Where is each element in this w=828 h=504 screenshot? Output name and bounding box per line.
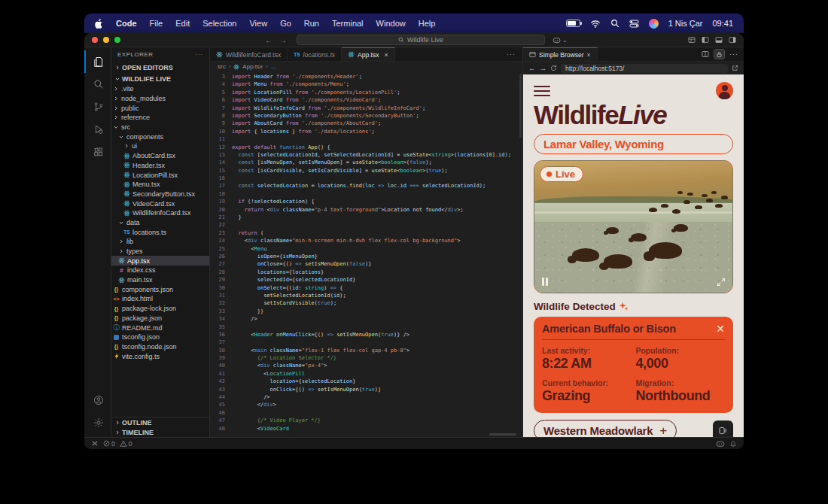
tree-item-SecondaryButton.tsx[interactable]: SecondaryButton.tsx	[111, 190, 209, 199]
menu-view[interactable]: View	[249, 19, 267, 28]
tree-item-WildlifeInfoCard.tsx[interactable]: WildlifeInfoCard.tsx	[111, 208, 209, 218]
tree-item-index.html[interactable]: <>index.html	[111, 294, 209, 304]
menu-run[interactable]: Run	[304, 19, 319, 28]
tree-item-AboutCard.tsx[interactable]: AboutCard.tsx	[111, 151, 209, 161]
close-icon[interactable]: ✕	[716, 323, 725, 334]
open-external-icon[interactable]	[732, 65, 738, 71]
apple-menu-icon[interactable]	[95, 19, 103, 29]
tree-item-tsconfig.json[interactable]: tsconfig.json	[111, 332, 209, 342]
zoom-window-button[interactable]	[114, 37, 120, 43]
editor-vertical-scrollbar[interactable]	[519, 74, 522, 138]
tree-item-README.md[interactable]: ⓘREADME.md	[111, 323, 209, 332]
tree-item-main.tsx[interactable]: main.tsx	[111, 275, 209, 285]
tree-item-reference[interactable]: reference	[111, 113, 209, 123]
source-control-icon[interactable]	[84, 96, 111, 118]
explorer-icon[interactable]	[84, 50, 111, 73]
tree-item-VideoCard.tsx[interactable]: VideoCard.tsx	[111, 199, 209, 208]
open-editors-section[interactable]: OPEN EDITORS	[111, 62, 209, 73]
pause-button[interactable]	[542, 278, 548, 286]
toggle-secondary-sidebar-icon[interactable]	[729, 36, 736, 44]
browser-back-icon[interactable]: ←	[528, 64, 536, 72]
timeline-section[interactable]: TIMELINE	[111, 427, 209, 437]
extensions-icon[interactable]	[84, 141, 111, 163]
explorer-more-icon[interactable]: ···	[195, 51, 203, 58]
spotlight-search-icon[interactable]	[610, 19, 619, 28]
url-bar[interactable]: http://localhost:5173/	[561, 64, 728, 73]
tree-item-Header.tsx[interactable]: Header.tsx	[111, 161, 209, 171]
history-forward-button[interactable]: →	[279, 36, 287, 44]
toggle-panel-icon[interactable]	[715, 36, 723, 44]
tab-App.tsx[interactable]: App.tsx×	[342, 47, 395, 61]
tree-item-App.tsx[interactable]: App.tsx	[111, 256, 209, 266]
search-view-icon[interactable]	[84, 73, 111, 96]
avatar[interactable]	[716, 82, 733, 99]
remote-window-icon[interactable]	[91, 440, 99, 447]
close-tab-icon[interactable]: ×	[587, 51, 591, 59]
tab-simple-browser[interactable]: Simple Browser ×	[523, 47, 598, 61]
tab-WildlifeInfoCard.tsx[interactable]: WildlifeInfoCard.tsx	[210, 47, 288, 61]
location-pill-button[interactable]: Lamar Valley, Wyoming	[534, 134, 733, 154]
battery-icon[interactable]	[566, 20, 580, 27]
tree-item-src[interactable]: src	[111, 123, 209, 132]
run-debug-icon[interactable]	[84, 118, 111, 141]
tree-item-Menu.tsx[interactable]: Menu.tsx	[111, 180, 209, 190]
notifications-bell-icon[interactable]	[729, 440, 737, 448]
wifi-icon[interactable]	[590, 20, 601, 28]
tree-item-components[interactable]: components	[111, 132, 209, 141]
customize-layout-icon[interactable]	[688, 36, 696, 44]
menu-window[interactable]: Window	[376, 19, 406, 28]
menubar-date[interactable]: 1 Nis Çar	[668, 19, 703, 28]
command-center-search[interactable]: Wildlife Live	[297, 35, 545, 45]
errors-indicator[interactable]: 0	[103, 440, 115, 448]
tree-item-package-lock.json[interactable]: {}package-lock.json	[111, 304, 209, 314]
history-back-button[interactable]: ←	[265, 36, 272, 44]
copilot-menu-button[interactable]: ⌄	[553, 37, 568, 44]
workspace-root[interactable]: WILDLIFE LIVE	[111, 73, 209, 84]
minimize-window-button[interactable]	[103, 37, 109, 43]
fullscreen-expand-icon[interactable]	[717, 278, 726, 287]
menu-file[interactable]: File	[150, 19, 163, 28]
tree-item-vite.config.ts[interactable]: vite.config.ts	[111, 351, 209, 361]
menu-selection[interactable]: Selection	[202, 19, 236, 28]
menu-app-name[interactable]: Code	[116, 19, 137, 28]
tree-item-data[interactable]: data	[111, 218, 209, 228]
tree-item-package.json[interactable]: {}package.json	[111, 314, 209, 323]
tree-item-types[interactable]: types	[111, 247, 209, 257]
hamburger-menu-icon[interactable]	[534, 84, 550, 96]
browser-forward-icon[interactable]: →	[540, 64, 547, 72]
tree-item-locations.ts[interactable]: TSlocations.ts	[111, 227, 209, 237]
toggle-primary-sidebar-icon[interactable]	[702, 36, 709, 44]
outline-section[interactable]: OUTLINE	[111, 417, 209, 427]
siri-icon[interactable]	[649, 19, 659, 29]
breadcrumb[interactable]: src› App.tsx› ...	[210, 62, 522, 71]
warnings-indicator[interactable]: 0	[120, 440, 132, 448]
live-video-card[interactable]: Live	[534, 160, 733, 293]
editor-more-actions-icon[interactable]: ···	[507, 50, 522, 58]
tab-locations.ts[interactable]: TSlocations.ts	[288, 47, 342, 61]
menu-terminal[interactable]: Terminal	[332, 19, 364, 28]
split-editor-icon[interactable]	[702, 50, 709, 58]
tree-item-tsconfig.node.json[interactable]: {}tsconfig.node.json	[111, 342, 209, 352]
menu-go[interactable]: Go	[280, 19, 291, 28]
preview-lock-toggle[interactable]	[714, 49, 725, 59]
tree-item-.vite[interactable]: .vite	[111, 84, 209, 94]
close-tab-icon[interactable]: ×	[384, 51, 388, 59]
secondary-species-button[interactable]: Western Meadowlark +	[534, 420, 677, 437]
menubar-clock[interactable]: 09:41	[712, 19, 733, 28]
tree-item-index.css[interactable]: #index.css	[111, 266, 209, 275]
copilot-status-icon[interactable]	[716, 440, 725, 448]
floating-widget-button[interactable]	[713, 421, 733, 437]
menu-help[interactable]: Help	[419, 19, 436, 28]
tree-item-components.json[interactable]: {}components.json	[111, 284, 209, 294]
browser-reload-icon[interactable]	[550, 65, 557, 71]
tree-item-node_modules[interactable]: node_modules	[111, 94, 209, 104]
tree-item-public[interactable]: public	[111, 103, 209, 113]
tree-item-lib[interactable]: lib	[111, 237, 209, 247]
tree-item-LocationPill.tsx[interactable]: LocationPill.tsx	[111, 170, 209, 180]
tree-item-ui[interactable]: ui	[111, 141, 209, 151]
close-window-button[interactable]	[92, 37, 98, 43]
code-editor[interactable]: 3import Header from './components/Header…	[210, 71, 522, 437]
menu-edit[interactable]: Edit	[175, 19, 190, 28]
control-center-icon[interactable]	[629, 20, 639, 28]
accounts-icon[interactable]	[84, 389, 111, 411]
